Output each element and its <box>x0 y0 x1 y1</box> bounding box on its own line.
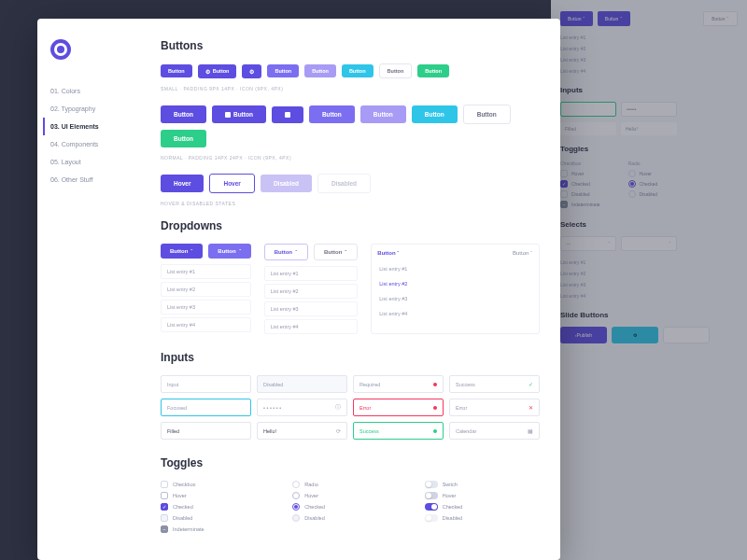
bg-toggle-item[interactable]: ✓Checked <box>560 180 600 188</box>
list-item[interactable]: List entry #4 <box>377 308 533 319</box>
bg-select[interactable]: ˅ <box>621 236 677 251</box>
sidebar-item-colors[interactable]: 01. Colors <box>50 82 127 100</box>
checkbox[interactable]: Checkbox <box>161 481 275 488</box>
button-small[interactable]: Button <box>342 64 374 77</box>
bg-selects-title: Selects <box>560 220 738 229</box>
chevron-up-icon: ˄ <box>190 248 193 254</box>
bg-toggle-item[interactable]: Hover <box>628 170 658 177</box>
bg-select[interactable]: — ˅ <box>560 236 616 251</box>
bg-dd-btn[interactable]: Button ˅ <box>560 11 593 26</box>
button-normal-icon[interactable]: Button <box>212 105 266 123</box>
bg-input[interactable]: •••••• <box>621 102 677 117</box>
sidebar-item-typography[interactable]: 02. Typography <box>50 100 127 118</box>
list-item[interactable]: List entry #2 <box>161 282 251 297</box>
text-input-disabled: Disabled <box>257 375 347 393</box>
button-normal-icon-only[interactable] <box>272 106 303 123</box>
switch-checked[interactable]: Checked <box>425 503 540 511</box>
button-hover-outline[interactable]: Hover <box>209 174 254 193</box>
section-title-toggles: Toggles <box>161 456 540 469</box>
sidebar-item-ui-elements[interactable]: 03. UI Elements <box>43 118 127 135</box>
list-item[interactable]: List entry #3 <box>377 293 533 304</box>
bg-slide-button[interactable]: ‹ Publish <box>560 327 607 343</box>
text-input-success[interactable]: Success <box>353 422 444 440</box>
text-input-error[interactable]: Error <box>353 399 444 416</box>
background-preview: Button ˅ Button ˅ Button ˅ List entry #1… <box>551 0 747 560</box>
bg-slide-title: Slide Buttons <box>560 311 738 319</box>
button-hover[interactable]: Hover <box>161 175 204 192</box>
text-input-focused[interactable]: Focused <box>161 399 251 416</box>
bg-list-entry: List entry #2 <box>560 43 738 54</box>
sidebar-item-components[interactable]: 04. Components <box>50 135 127 153</box>
list-item[interactable]: List entry #1 <box>161 264 251 279</box>
dropdown-button-outline[interactable]: Button ˅ <box>314 244 358 260</box>
bg-toggles-title: Toggles <box>560 145 738 153</box>
dropdown-button[interactable]: Button ˄ <box>161 244 203 259</box>
bg-slide-button[interactable] <box>663 327 710 343</box>
radio-hover[interactable]: Hover <box>292 492 407 499</box>
text-input-success[interactable]: Success✓ <box>449 375 540 393</box>
button-normal[interactable]: Button <box>463 105 511 124</box>
dropdown-button-text[interactable]: Button ˅ <box>513 250 533 256</box>
text-input[interactable]: Input <box>161 375 251 393</box>
switch-hover[interactable]: Hover <box>425 492 540 499</box>
dropdown-panel: List entry #1 List entry #2 List entry #… <box>264 266 359 334</box>
button-small[interactable]: Button <box>304 64 336 77</box>
trash-icon <box>285 112 290 118</box>
list-item[interactable]: List entry #1 <box>377 263 533 274</box>
list-item[interactable]: List entry #3 <box>264 301 359 316</box>
checkbox-checked[interactable]: ✓Checked <box>161 503 275 511</box>
caption: HOVER & DISABLED STATES <box>161 201 540 206</box>
list-item[interactable]: List entry #2 <box>377 278 533 289</box>
checkbox-indeterminate[interactable]: –Indeterminate <box>161 525 275 533</box>
eye-icon[interactable]: ⓘ <box>335 404 341 411</box>
list-item[interactable]: List entry #3 <box>161 300 251 315</box>
sidebar-item-other[interactable]: 06. Other Stuff <box>50 171 127 189</box>
button-small[interactable]: Button <box>161 64 192 77</box>
refresh-icon[interactable]: ⟳ <box>336 428 341 434</box>
radio-checked[interactable]: Checked <box>292 503 407 511</box>
checkbox-hover[interactable]: Hover <box>161 492 275 499</box>
list-item[interactable]: List entry #4 <box>161 317 251 332</box>
dropdown-button-outline[interactable]: Button ˄ <box>264 244 308 260</box>
list-item[interactable]: List entry #4 <box>264 319 359 334</box>
bg-col-head: Radio <box>628 161 658 166</box>
text-input-error[interactable]: Error✕ <box>449 399 540 416</box>
button-small[interactable]: Button <box>379 63 413 78</box>
bg-list-entry: List entry #2 <box>560 268 738 279</box>
bg-toggle-item: Disabled <box>560 190 600 198</box>
button-small[interactable]: Button <box>267 64 299 77</box>
text-input-required[interactable]: Required <box>353 375 444 393</box>
caption: SMALL · PADDING 9PX 14PX · ICON (9PX, 4P… <box>161 86 540 91</box>
dropdown-button[interactable]: Button ˅ <box>208 244 250 259</box>
bg-toggle-item[interactable]: Checked <box>628 180 658 188</box>
bg-input[interactable] <box>560 102 616 117</box>
list-item[interactable]: List entry #1 <box>264 266 359 281</box>
button-normal[interactable]: Button <box>161 130 206 147</box>
button-normal[interactable]: Button <box>412 105 458 123</box>
list-item[interactable]: List entry #2 <box>264 284 359 299</box>
dropdown-button-text[interactable]: Button ˄ <box>377 250 400 256</box>
bg-dd-btn[interactable]: Button ˅ <box>598 11 630 26</box>
bg-toggle-item[interactable]: Hover <box>560 170 600 177</box>
calendar-input[interactable]: Calendar▦ <box>449 422 540 440</box>
sidebar-item-layout[interactable]: 05. Layout <box>50 153 127 171</box>
bg-slide-button[interactable]: ⚙ <box>612 327 658 343</box>
button-small[interactable]: Button <box>417 64 449 77</box>
bg-input-label: Filled <box>560 122 616 135</box>
text-input-hello[interactable]: Hello!⟳ <box>257 422 347 440</box>
switch[interactable]: Switch <box>425 481 540 488</box>
bg-list-entry: List entry #3 <box>560 279 738 290</box>
button-normal[interactable]: Button <box>360 105 406 123</box>
bg-toggle-item[interactable]: –Indeterminate <box>560 201 600 208</box>
button-small-icon[interactable]: Button <box>198 64 237 78</box>
button-normal[interactable]: Button <box>309 105 355 123</box>
button-small-icon-only[interactable] <box>242 64 261 78</box>
button-disabled: Disabled <box>261 175 312 192</box>
text-input-filled[interactable]: Filled <box>161 422 251 440</box>
chevron-up-icon: ˄ <box>397 250 400 256</box>
bg-dd-btn-white[interactable]: Button ˅ <box>703 11 738 26</box>
radio[interactable]: Radio <box>292 481 407 488</box>
bg-list-entry: List entry #1 <box>560 32 738 43</box>
password-input[interactable]: • • • • • •ⓘ <box>257 399 347 416</box>
button-normal[interactable]: Button <box>161 105 206 123</box>
